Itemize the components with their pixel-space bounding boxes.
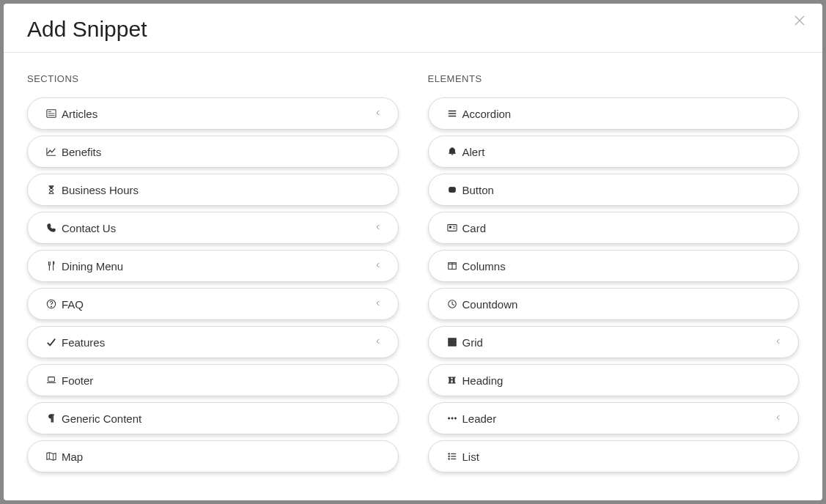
snippet-item-label: Accordion xyxy=(462,108,784,120)
snippet-item-business-hours[interactable]: Business Hours xyxy=(27,174,399,206)
svg-rect-27 xyxy=(454,341,456,343)
svg-point-5 xyxy=(51,306,51,307)
chevron-left-icon xyxy=(375,300,383,308)
snippet-item-label: Business Hours xyxy=(62,184,383,196)
svg-rect-6 xyxy=(48,377,55,382)
ellipsis-icon xyxy=(446,412,458,424)
chevron-left-icon xyxy=(775,338,783,346)
snippet-item-contact-us[interactable]: Contact Us xyxy=(27,212,399,244)
snippet-item-features[interactable]: Features xyxy=(27,326,399,358)
snippet-item-label: Card xyxy=(462,222,784,234)
svg-rect-24 xyxy=(454,338,456,341)
snippet-item-label: Articles xyxy=(62,108,375,120)
snippet-item-benefits[interactable]: Benefits xyxy=(27,136,399,168)
snippet-item-label: List xyxy=(462,451,784,463)
close-button[interactable] xyxy=(793,14,809,30)
snippet-item-label: Footer xyxy=(62,374,383,387)
utensils-icon xyxy=(45,260,57,272)
snippet-item-faq[interactable]: FAQ xyxy=(27,288,399,320)
bars-icon xyxy=(446,108,458,119)
svg-rect-22 xyxy=(448,338,450,341)
sections-column: SECTIONS ArticlesBenefitsBusiness HoursC… xyxy=(27,73,399,486)
sections-list: ArticlesBenefitsBusiness HoursContact Us… xyxy=(27,97,399,472)
snippet-item-alert[interactable]: Alert xyxy=(428,136,800,168)
snippet-item-label: Heading xyxy=(462,374,784,387)
snippet-item-label: Map xyxy=(62,451,383,463)
snippet-item-label: Button xyxy=(462,184,784,196)
snippet-item-label: Features xyxy=(62,336,375,349)
snippet-item-heading[interactable]: HHeading xyxy=(428,364,800,396)
svg-rect-23 xyxy=(451,338,453,341)
id-card-icon xyxy=(446,222,458,234)
svg-rect-28 xyxy=(448,344,450,346)
snippet-item-label: Contact Us xyxy=(62,222,375,234)
snippet-item-label: Countdown xyxy=(462,298,784,311)
snippet-item-label: Generic Content xyxy=(62,412,383,425)
sections-heading: SECTIONS xyxy=(27,73,399,84)
snippet-item-articles[interactable]: Articles xyxy=(27,97,399,130)
close-icon xyxy=(793,14,806,27)
columns-icon xyxy=(446,260,458,272)
snippet-item-label: Leader xyxy=(462,412,775,425)
chevron-left-icon xyxy=(775,414,783,423)
paragraph-icon xyxy=(45,412,57,424)
map-icon xyxy=(45,451,57,462)
elements-heading: ELEMENTS xyxy=(428,73,800,84)
snippet-item-columns[interactable]: Columns xyxy=(428,250,800,282)
svg-point-33 xyxy=(451,418,452,419)
snippet-item-label: Columns xyxy=(462,260,784,273)
snippet-item-map[interactable]: Map xyxy=(27,440,399,472)
modal-body: SECTIONS ArticlesBenefitsBusiness HoursC… xyxy=(4,53,822,500)
add-snippet-modal: Add Snippet SECTIONS ArticlesBenefitsBus… xyxy=(4,4,822,500)
snippet-item-generic-content[interactable]: Generic Content xyxy=(27,402,399,434)
snippet-item-label: Dining Menu xyxy=(62,260,375,273)
svg-rect-13 xyxy=(449,188,455,193)
clock-icon xyxy=(446,298,458,310)
chevron-left-icon xyxy=(375,223,383,232)
elements-column: ELEMENTS AccordionAlertButtonCardColumns… xyxy=(428,73,800,486)
snippet-item-card[interactable]: Card xyxy=(428,212,800,244)
phone-icon xyxy=(45,222,57,234)
svg-rect-14 xyxy=(447,225,456,231)
svg-rect-26 xyxy=(451,341,453,343)
svg-point-15 xyxy=(449,226,451,229)
svg-point-32 xyxy=(448,418,449,419)
snippet-item-grid[interactable]: Grid xyxy=(428,326,800,358)
chevron-left-icon xyxy=(375,262,383,270)
laptop-icon xyxy=(45,374,57,386)
chart-line-icon xyxy=(45,146,57,158)
chevron-left-icon xyxy=(375,109,383,118)
snippet-item-footer[interactable]: Footer xyxy=(27,364,399,396)
modal-title: Add Snippet xyxy=(27,17,147,42)
hourglass-icon xyxy=(45,184,57,196)
modal-header: Add Snippet xyxy=(4,4,822,53)
question-circle-icon xyxy=(45,298,57,310)
chevron-left-icon xyxy=(375,338,383,346)
svg-point-36 xyxy=(448,456,449,457)
svg-rect-25 xyxy=(448,341,450,343)
snippet-item-countdown[interactable]: Countdown xyxy=(428,288,800,320)
snippet-item-label: Alert xyxy=(462,146,784,158)
list-icon xyxy=(446,451,458,462)
snippet-item-label: FAQ xyxy=(62,298,375,311)
snippet-item-label: Benefits xyxy=(62,146,383,158)
bell-icon xyxy=(446,146,458,158)
svg-point-37 xyxy=(448,459,449,460)
svg-point-34 xyxy=(454,418,456,419)
newspaper-icon xyxy=(45,108,57,119)
snippet-item-leader[interactable]: Leader xyxy=(428,402,800,434)
svg-text:H: H xyxy=(448,375,455,385)
svg-rect-30 xyxy=(454,344,456,346)
svg-rect-29 xyxy=(451,344,453,346)
snippet-item-dining-menu[interactable]: Dining Menu xyxy=(27,250,399,282)
th-icon xyxy=(446,336,458,348)
elements-list: AccordionAlertButtonCardColumnsCountdown… xyxy=(428,97,800,472)
snippet-item-label: Grid xyxy=(462,336,775,349)
check-icon xyxy=(45,336,57,348)
svg-point-35 xyxy=(448,453,449,455)
heading-icon: H xyxy=(446,374,458,386)
snippet-item-accordion[interactable]: Accordion xyxy=(428,97,800,130)
snippet-item-button[interactable]: Button xyxy=(428,174,800,206)
snippet-item-list[interactable]: List xyxy=(428,440,800,472)
square-solid-icon xyxy=(446,184,458,196)
